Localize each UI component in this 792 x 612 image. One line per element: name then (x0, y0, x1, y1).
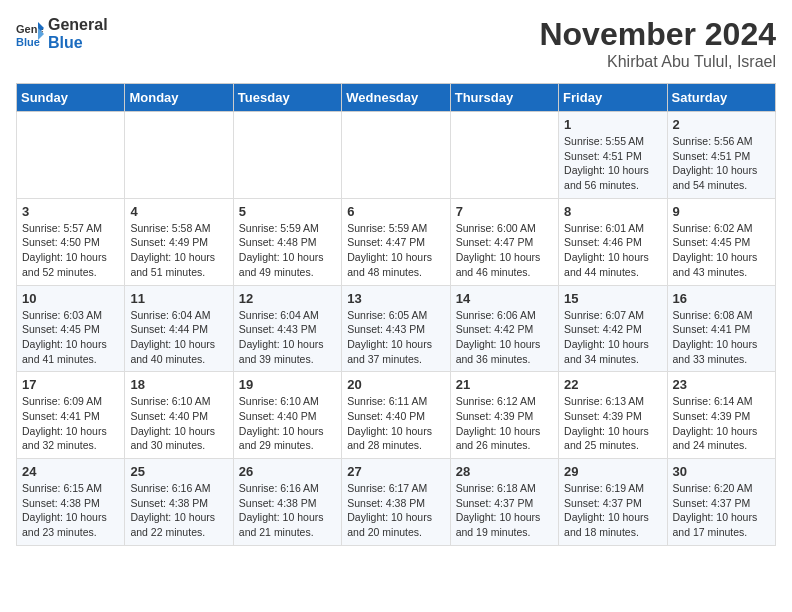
calendar-cell: 23Sunrise: 6:14 AM Sunset: 4:39 PM Dayli… (667, 372, 775, 459)
day-info: Sunrise: 6:16 AM Sunset: 4:38 PM Dayligh… (239, 481, 336, 540)
day-number: 3 (22, 204, 119, 219)
header-area: General Blue General Blue November 2024 … (16, 16, 776, 71)
weekday-header: Saturday (667, 84, 775, 112)
day-info: Sunrise: 5:58 AM Sunset: 4:49 PM Dayligh… (130, 221, 227, 280)
calendar-cell: 5Sunrise: 5:59 AM Sunset: 4:48 PM Daylig… (233, 198, 341, 285)
day-info: Sunrise: 6:15 AM Sunset: 4:38 PM Dayligh… (22, 481, 119, 540)
weekday-header: Friday (559, 84, 667, 112)
calendar-cell: 18Sunrise: 6:10 AM Sunset: 4:40 PM Dayli… (125, 372, 233, 459)
month-title: November 2024 (539, 16, 776, 53)
calendar-cell: 29Sunrise: 6:19 AM Sunset: 4:37 PM Dayli… (559, 459, 667, 546)
weekday-header: Tuesday (233, 84, 341, 112)
day-info: Sunrise: 6:12 AM Sunset: 4:39 PM Dayligh… (456, 394, 553, 453)
day-info: Sunrise: 6:00 AM Sunset: 4:47 PM Dayligh… (456, 221, 553, 280)
day-number: 1 (564, 117, 661, 132)
calendar-cell (125, 112, 233, 199)
calendar-header: SundayMondayTuesdayWednesdayThursdayFrid… (17, 84, 776, 112)
calendar-cell: 6Sunrise: 5:59 AM Sunset: 4:47 PM Daylig… (342, 198, 450, 285)
day-number: 14 (456, 291, 553, 306)
svg-text:Blue: Blue (16, 36, 40, 48)
calendar-cell: 12Sunrise: 6:04 AM Sunset: 4:43 PM Dayli… (233, 285, 341, 372)
day-info: Sunrise: 6:13 AM Sunset: 4:39 PM Dayligh… (564, 394, 661, 453)
calendar-cell: 10Sunrise: 6:03 AM Sunset: 4:45 PM Dayli… (17, 285, 125, 372)
calendar-cell: 8Sunrise: 6:01 AM Sunset: 4:46 PM Daylig… (559, 198, 667, 285)
day-number: 5 (239, 204, 336, 219)
calendar-cell (450, 112, 558, 199)
weekday-header: Monday (125, 84, 233, 112)
day-number: 27 (347, 464, 444, 479)
calendar-week-row: 17Sunrise: 6:09 AM Sunset: 4:41 PM Dayli… (17, 372, 776, 459)
calendar-cell: 7Sunrise: 6:00 AM Sunset: 4:47 PM Daylig… (450, 198, 558, 285)
calendar-cell (233, 112, 341, 199)
calendar-cell: 27Sunrise: 6:17 AM Sunset: 4:38 PM Dayli… (342, 459, 450, 546)
calendar-cell: 26Sunrise: 6:16 AM Sunset: 4:38 PM Dayli… (233, 459, 341, 546)
calendar-cell: 3Sunrise: 5:57 AM Sunset: 4:50 PM Daylig… (17, 198, 125, 285)
day-info: Sunrise: 6:16 AM Sunset: 4:38 PM Dayligh… (130, 481, 227, 540)
calendar-cell: 24Sunrise: 6:15 AM Sunset: 4:38 PM Dayli… (17, 459, 125, 546)
calendar-cell: 25Sunrise: 6:16 AM Sunset: 4:38 PM Dayli… (125, 459, 233, 546)
day-number: 24 (22, 464, 119, 479)
day-number: 10 (22, 291, 119, 306)
day-info: Sunrise: 6:17 AM Sunset: 4:38 PM Dayligh… (347, 481, 444, 540)
day-number: 2 (673, 117, 770, 132)
day-info: Sunrise: 5:56 AM Sunset: 4:51 PM Dayligh… (673, 134, 770, 193)
day-info: Sunrise: 6:14 AM Sunset: 4:39 PM Dayligh… (673, 394, 770, 453)
calendar-week-row: 3Sunrise: 5:57 AM Sunset: 4:50 PM Daylig… (17, 198, 776, 285)
day-info: Sunrise: 6:04 AM Sunset: 4:43 PM Dayligh… (239, 308, 336, 367)
day-number: 20 (347, 377, 444, 392)
calendar-cell (342, 112, 450, 199)
calendar-cell: 11Sunrise: 6:04 AM Sunset: 4:44 PM Dayli… (125, 285, 233, 372)
day-info: Sunrise: 6:08 AM Sunset: 4:41 PM Dayligh… (673, 308, 770, 367)
title-area: November 2024 Khirbat Abu Tulul, Israel (539, 16, 776, 71)
calendar-body: 1Sunrise: 5:55 AM Sunset: 4:51 PM Daylig… (17, 112, 776, 546)
calendar-week-row: 1Sunrise: 5:55 AM Sunset: 4:51 PM Daylig… (17, 112, 776, 199)
day-number: 29 (564, 464, 661, 479)
day-number: 22 (564, 377, 661, 392)
calendar-week-row: 24Sunrise: 6:15 AM Sunset: 4:38 PM Dayli… (17, 459, 776, 546)
calendar-cell: 4Sunrise: 5:58 AM Sunset: 4:49 PM Daylig… (125, 198, 233, 285)
logo-blue: Blue (48, 34, 83, 51)
calendar-cell: 21Sunrise: 6:12 AM Sunset: 4:39 PM Dayli… (450, 372, 558, 459)
weekday-header: Thursday (450, 84, 558, 112)
day-number: 6 (347, 204, 444, 219)
day-info: Sunrise: 6:20 AM Sunset: 4:37 PM Dayligh… (673, 481, 770, 540)
calendar-cell: 17Sunrise: 6:09 AM Sunset: 4:41 PM Dayli… (17, 372, 125, 459)
day-number: 15 (564, 291, 661, 306)
day-info: Sunrise: 6:18 AM Sunset: 4:37 PM Dayligh… (456, 481, 553, 540)
calendar-cell: 20Sunrise: 6:11 AM Sunset: 4:40 PM Dayli… (342, 372, 450, 459)
calendar-cell: 28Sunrise: 6:18 AM Sunset: 4:37 PM Dayli… (450, 459, 558, 546)
day-number: 4 (130, 204, 227, 219)
day-info: Sunrise: 5:59 AM Sunset: 4:48 PM Dayligh… (239, 221, 336, 280)
logo: General Blue General Blue (16, 16, 108, 51)
day-number: 7 (456, 204, 553, 219)
day-info: Sunrise: 6:04 AM Sunset: 4:44 PM Dayligh… (130, 308, 227, 367)
day-number: 21 (456, 377, 553, 392)
day-number: 8 (564, 204, 661, 219)
day-number: 13 (347, 291, 444, 306)
calendar-cell: 1Sunrise: 5:55 AM Sunset: 4:51 PM Daylig… (559, 112, 667, 199)
day-number: 17 (22, 377, 119, 392)
calendar-cell (17, 112, 125, 199)
day-info: Sunrise: 5:59 AM Sunset: 4:47 PM Dayligh… (347, 221, 444, 280)
calendar-cell: 16Sunrise: 6:08 AM Sunset: 4:41 PM Dayli… (667, 285, 775, 372)
day-info: Sunrise: 6:01 AM Sunset: 4:46 PM Dayligh… (564, 221, 661, 280)
day-info: Sunrise: 6:03 AM Sunset: 4:45 PM Dayligh… (22, 308, 119, 367)
day-number: 11 (130, 291, 227, 306)
day-info: Sunrise: 6:10 AM Sunset: 4:40 PM Dayligh… (239, 394, 336, 453)
calendar-cell: 19Sunrise: 6:10 AM Sunset: 4:40 PM Dayli… (233, 372, 341, 459)
day-info: Sunrise: 6:19 AM Sunset: 4:37 PM Dayligh… (564, 481, 661, 540)
day-info: Sunrise: 6:09 AM Sunset: 4:41 PM Dayligh… (22, 394, 119, 453)
day-number: 25 (130, 464, 227, 479)
day-info: Sunrise: 6:06 AM Sunset: 4:42 PM Dayligh… (456, 308, 553, 367)
calendar-cell: 30Sunrise: 6:20 AM Sunset: 4:37 PM Dayli… (667, 459, 775, 546)
calendar-cell: 14Sunrise: 6:06 AM Sunset: 4:42 PM Dayli… (450, 285, 558, 372)
calendar-cell: 9Sunrise: 6:02 AM Sunset: 4:45 PM Daylig… (667, 198, 775, 285)
day-number: 16 (673, 291, 770, 306)
logo-general: General (48, 16, 108, 33)
day-info: Sunrise: 6:02 AM Sunset: 4:45 PM Dayligh… (673, 221, 770, 280)
calendar-cell: 13Sunrise: 6:05 AM Sunset: 4:43 PM Dayli… (342, 285, 450, 372)
day-info: Sunrise: 6:05 AM Sunset: 4:43 PM Dayligh… (347, 308, 444, 367)
weekday-row: SundayMondayTuesdayWednesdayThursdayFrid… (17, 84, 776, 112)
day-info: Sunrise: 5:55 AM Sunset: 4:51 PM Dayligh… (564, 134, 661, 193)
calendar-cell: 2Sunrise: 5:56 AM Sunset: 4:51 PM Daylig… (667, 112, 775, 199)
